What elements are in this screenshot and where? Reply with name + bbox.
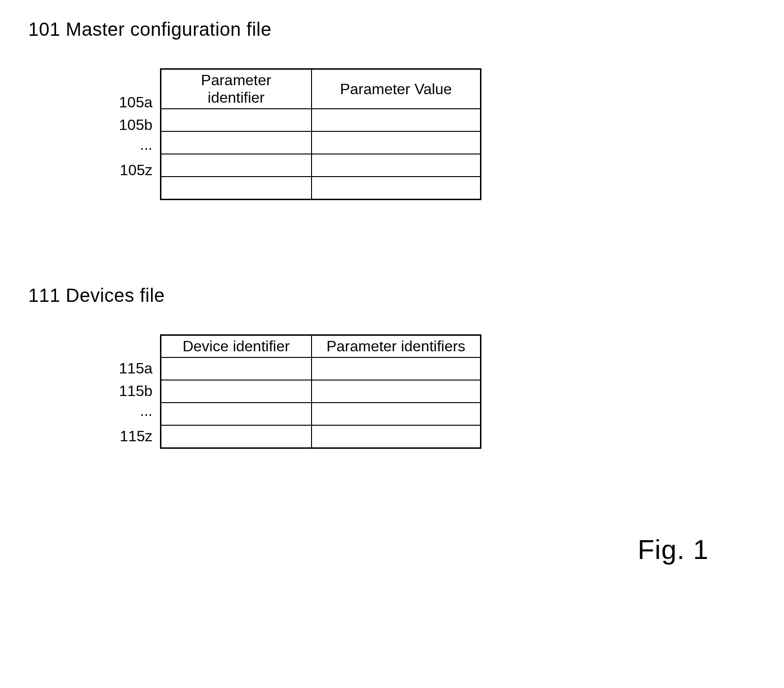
row-label-ellipsis: ... <box>113 402 155 425</box>
row-label: 105a <box>113 91 155 113</box>
row-label-ellipsis: ... <box>113 136 155 159</box>
table-cell <box>312 357 481 380</box>
figure-caption: Fig. 1 <box>28 534 709 565</box>
table-cell <box>312 425 481 448</box>
table-cell <box>161 131 312 154</box>
table-row <box>161 109 481 131</box>
table-row <box>161 154 481 177</box>
table-cell <box>161 177 312 199</box>
table-header-row: Parameter identifier Parameter Value <box>161 69 481 109</box>
column-header: Parameter identifiers <box>312 335 481 357</box>
table-row <box>161 380 481 403</box>
row-labels: 105a 105b ... 105z <box>113 68 155 181</box>
table-header-row: Device identifier Parameter identifiers <box>161 335 481 357</box>
table-cell <box>312 403 481 425</box>
table-cell <box>161 109 312 131</box>
row-label: 115b <box>113 380 155 402</box>
column-header: Device identifier <box>161 335 312 357</box>
table-wrapper: 115a 115b ... 115z Device identifier Par… <box>113 334 756 449</box>
column-header: Parameter Value <box>312 69 481 109</box>
table-row <box>161 425 481 448</box>
table-cell <box>312 131 481 154</box>
table-cell <box>161 357 312 380</box>
table-cell <box>161 425 312 448</box>
row-label: 115a <box>113 357 155 380</box>
section-title: 101 Master configuration file <box>28 19 756 40</box>
row-label: 105b <box>113 113 155 136</box>
devices-file-table: Device identifier Parameter identifiers <box>160 334 481 449</box>
table-row <box>161 177 481 199</box>
master-config-table: Parameter identifier Parameter Value <box>160 68 481 200</box>
table-cell <box>312 154 481 177</box>
section-title: 111 Devices file <box>28 285 756 306</box>
row-labels: 115a 115b ... 115z <box>113 334 155 447</box>
row-label: 105z <box>113 159 155 181</box>
table-cell <box>312 380 481 403</box>
table-row <box>161 131 481 154</box>
table-cell <box>161 403 312 425</box>
devices-file-section: 111 Devices file 115a 115b ... 115z Devi… <box>28 285 756 449</box>
table-row <box>161 357 481 380</box>
table-row <box>161 403 481 425</box>
row-label: 115z <box>113 425 155 447</box>
master-config-section: 101 Master configuration file 105a 105b … <box>28 19 756 200</box>
table-cell <box>312 177 481 199</box>
table-cell <box>161 380 312 403</box>
table-cell <box>161 154 312 177</box>
column-header: Parameter identifier <box>161 69 312 109</box>
table-cell <box>312 109 481 131</box>
table-wrapper: 105a 105b ... 105z Parameter identifier … <box>113 68 756 200</box>
